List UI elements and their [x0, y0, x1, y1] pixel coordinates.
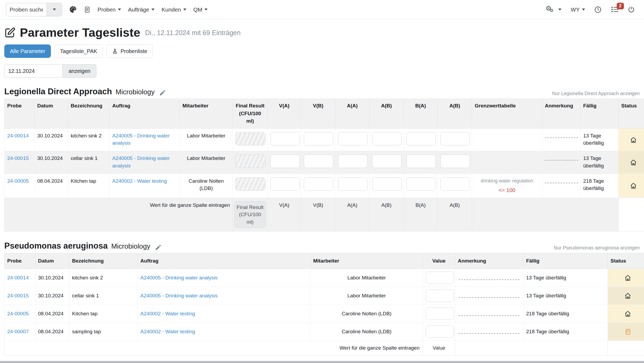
- home-status-icon[interactable]: [624, 293, 631, 298]
- user-menu[interactable]: WY: [571, 6, 585, 13]
- grenzwert-cell: drinking water regulation<= 100: [472, 174, 542, 198]
- final-result-column-button[interactable]: Final Result (CFU/100 ml): [234, 201, 266, 228]
- search-input[interactable]: [6, 3, 47, 16]
- anmerkung-cell: [542, 128, 581, 151]
- column-fill-button[interactable]: A(B): [369, 198, 404, 231]
- probe-link[interactable]: 24-00005: [7, 311, 29, 316]
- edit-pencil-icon[interactable]: [159, 90, 166, 95]
- tab-alle-parameter[interactable]: Alle Parameter: [4, 44, 51, 58]
- result-input[interactable]: [372, 155, 402, 168]
- clock-icon[interactable]: [594, 6, 602, 13]
- probe-link[interactable]: 24-00007: [7, 329, 29, 334]
- probe-link[interactable]: 24-00015: [7, 155, 29, 161]
- grenzwert-limit-link[interactable]: <= 100: [499, 186, 515, 194]
- anmerkung-field[interactable]: [545, 155, 578, 160]
- auftrag-link[interactable]: A240002 - Water testing: [140, 329, 195, 334]
- final-result-cell: [233, 151, 268, 174]
- anmerkung-field[interactable]: [545, 132, 578, 138]
- result-input[interactable]: [406, 132, 436, 145]
- result-input[interactable]: [270, 155, 300, 168]
- menu-kunden[interactable]: Kunden: [162, 6, 186, 13]
- status-cell: [619, 151, 644, 174]
- result-input[interactable]: [440, 155, 470, 168]
- home-status-icon[interactable]: [630, 159, 637, 165]
- result-input[interactable]: [440, 177, 470, 191]
- result-input[interactable]: [338, 132, 368, 145]
- power-icon[interactable]: [628, 6, 635, 13]
- column-fill-button[interactable]: B(A): [404, 198, 438, 231]
- bezeichnung-cell: kitchen sink 2: [69, 269, 138, 287]
- mitarbeiter-cell: Caroline Nolten (LDB): [310, 305, 423, 323]
- filter-only-legionella-link[interactable]: Nur Legionella Direct Approach anzeigen: [552, 91, 640, 96]
- result-input[interactable]: [372, 177, 402, 191]
- auftrag-link[interactable]: A240005 - Drinking water analysis: [140, 275, 218, 280]
- anmerkung-field[interactable]: [459, 328, 520, 334]
- result-input[interactable]: [304, 132, 333, 145]
- result-input[interactable]: [270, 132, 300, 145]
- column-fill-button[interactable]: V(B): [301, 198, 335, 231]
- show-button[interactable]: anzeigen: [63, 64, 96, 78]
- menu-proben[interactable]: Proben: [98, 6, 121, 13]
- result-input[interactable]: [338, 177, 368, 191]
- probe-link[interactable]: 24-00005: [7, 178, 29, 184]
- date-filter: anzeigen: [4, 64, 640, 78]
- auftrag-link[interactable]: A240002 - Water testing: [112, 178, 167, 184]
- datum-cell: 30.10.2024: [35, 269, 69, 287]
- page-subtitle: Di., 12.11.2024 mit 69 Einträgen: [145, 29, 241, 37]
- section-title: Pseudomonas aeruginosa: [4, 241, 108, 250]
- result-input[interactable]: [440, 132, 470, 145]
- edit-pencil-icon[interactable]: [155, 244, 162, 250]
- home-status-icon[interactable]: [624, 275, 631, 280]
- result-input[interactable]: [304, 177, 333, 191]
- value-column-fill-button[interactable]: Value: [423, 341, 455, 356]
- anmerkung-field[interactable]: [459, 310, 520, 316]
- date-input[interactable]: [4, 64, 63, 78]
- tasks-menu[interactable]: 2: [611, 6, 619, 13]
- home-status-icon[interactable]: [624, 311, 631, 316]
- result-input[interactable]: [270, 177, 300, 191]
- value-input[interactable]: [426, 308, 454, 320]
- auftrag-link[interactable]: A240002 - Water testing: [140, 311, 195, 316]
- anmerkung-field[interactable]: [459, 274, 520, 280]
- result-input[interactable]: [304, 155, 333, 168]
- chevron-down-icon: [558, 9, 561, 10]
- result-input[interactable]: [372, 132, 402, 145]
- auftrag-link[interactable]: A240005 - Drinking water analysis: [112, 155, 170, 169]
- auftrag-link[interactable]: A240005 - Drinking water analysis: [140, 293, 218, 298]
- probe-link[interactable]: 24-00014: [7, 275, 29, 280]
- menu-auftraege[interactable]: Aufträge: [128, 6, 155, 13]
- result-input[interactable]: [406, 177, 436, 191]
- tab-tagesliste-pak[interactable]: Tagesliste_PAK: [54, 44, 103, 58]
- table-row: 24-0001530.10.2024cellar sink 1A240005 -…: [5, 151, 644, 174]
- probe-link[interactable]: 24-00014: [7, 133, 29, 139]
- datum-cell: 30.10.2024: [35, 128, 68, 151]
- probe-link[interactable]: 24-00015: [7, 293, 29, 298]
- tab-alle-parameter-label: Alle Parameter: [10, 48, 45, 54]
- anmerkung-field[interactable]: [545, 177, 578, 183]
- value-input[interactable]: [426, 325, 454, 338]
- settings-menu[interactable]: ⚙⚙: [545, 5, 561, 14]
- document-icon[interactable]: [84, 6, 91, 13]
- result-input[interactable]: [338, 155, 368, 168]
- filter-only-pseudomonas-link[interactable]: Nur Pseudomonas aeruginosa anzeigen: [554, 245, 640, 251]
- result-input[interactable]: [406, 155, 436, 168]
- mitarbeiter-cell: Labor Mitarbeiter: [310, 287, 423, 305]
- column-fill-button[interactable]: A(B): [438, 198, 472, 231]
- column-fill-button[interactable]: V(A): [268, 198, 301, 231]
- result-input-cell: [335, 174, 369, 198]
- home-status-icon[interactable]: [630, 183, 637, 188]
- search-scope-toggle[interactable]: [47, 3, 62, 16]
- palette-icon[interactable]: [69, 6, 77, 13]
- home-status-icon[interactable]: [630, 137, 637, 142]
- tab-probenliste[interactable]: Probenliste: [106, 44, 153, 58]
- anmerkung-cell: [542, 151, 581, 174]
- column-header: Anmerkung: [455, 253, 523, 269]
- menu-qm[interactable]: QM: [193, 6, 208, 13]
- form-status-icon[interactable]: [625, 329, 631, 334]
- auftrag-link[interactable]: A240005 - Drinking water analysis: [112, 133, 170, 146]
- column-fill-button[interactable]: A(A): [335, 198, 369, 231]
- value-input[interactable]: [426, 290, 454, 302]
- value-input-cell: [423, 287, 455, 305]
- anmerkung-field[interactable]: [459, 292, 520, 298]
- value-input[interactable]: [426, 272, 454, 284]
